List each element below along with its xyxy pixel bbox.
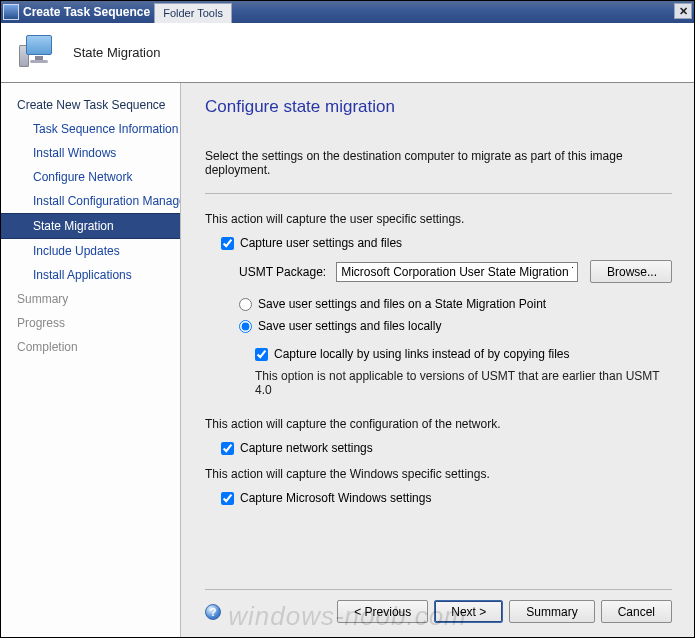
usmt-version-note: This option is not applicable to version…	[255, 369, 672, 397]
sidebar-item-include-updates[interactable]: Include Updates	[1, 239, 180, 263]
capture-network-checkbox[interactable]	[221, 442, 234, 455]
sidebar-item-label: Include Updates	[33, 244, 120, 258]
sidebar-item-label: State Migration	[33, 219, 114, 233]
banner-title: State Migration	[73, 45, 160, 60]
browse-button[interactable]: Browse...	[590, 260, 672, 283]
wizard-sidebar: Create New Task Sequence Task Sequence I…	[1, 83, 181, 637]
titlebar: Create Task Sequence Folder Tools ✕	[1, 1, 694, 23]
sidebar-item-install-windows[interactable]: Install Windows	[1, 141, 180, 165]
sidebar-item-label: Configure Network	[33, 170, 132, 184]
capture-windows-label: Capture Microsoft Windows settings	[240, 491, 431, 505]
computer-icon	[19, 35, 55, 71]
capture-user-row: Capture user settings and files	[221, 236, 672, 250]
network-section-text: This action will capture the configurati…	[205, 417, 672, 431]
divider	[205, 193, 672, 194]
usmt-package-row: USMT Package: Browse...	[205, 260, 672, 283]
capture-windows-row: Capture Microsoft Windows settings	[221, 491, 672, 505]
cancel-button[interactable]: Cancel	[601, 600, 672, 623]
save-local-radio[interactable]	[239, 320, 252, 333]
sidebar-item-label: Summary	[17, 292, 68, 306]
sidebar-item-summary[interactable]: Summary	[1, 287, 180, 311]
sidebar-item-label: Install Windows	[33, 146, 116, 160]
close-button[interactable]: ✕	[674, 3, 692, 19]
sidebar-item-label: Task Sequence Information	[33, 122, 178, 136]
ribbon-tab-folder-tools[interactable]: Folder Tools	[154, 3, 232, 23]
close-icon: ✕	[679, 5, 688, 18]
sidebar-item-label: Completion	[17, 340, 78, 354]
user-section-text: This action will capture the user specif…	[205, 212, 672, 226]
sidebar-item-label: Create New Task Sequence	[17, 98, 166, 112]
sidebar-item-create-new-task-sequence[interactable]: Create New Task Sequence	[1, 93, 180, 117]
save-smp-label: Save user settings and files on a State …	[258, 297, 546, 311]
sidebar-item-completion[interactable]: Completion	[1, 335, 180, 359]
capture-user-label: Capture user settings and files	[240, 236, 402, 250]
capture-windows-checkbox[interactable]	[221, 492, 234, 505]
save-local-row: Save user settings and files locally	[239, 319, 672, 333]
capture-network-label: Capture network settings	[240, 441, 373, 455]
sidebar-item-label: Install Applications	[33, 268, 132, 282]
sidebar-item-install-applications[interactable]: Install Applications	[1, 263, 180, 287]
previous-button[interactable]: < Previous	[337, 600, 428, 623]
sidebar-item-label: Progress	[17, 316, 65, 330]
sidebar-item-label: Install Configuration Manager	[33, 194, 180, 208]
capture-links-row: Capture locally by using links instead o…	[255, 347, 672, 361]
save-local-label: Save user settings and files locally	[258, 319, 441, 333]
sidebar-item-task-sequence-information[interactable]: Task Sequence Information	[1, 117, 180, 141]
sidebar-item-configure-network[interactable]: Configure Network	[1, 165, 180, 189]
intro-text: Select the settings on the destination c…	[205, 149, 672, 177]
wizard-body: Create New Task Sequence Task Sequence I…	[1, 83, 694, 637]
save-smp-radio[interactable]	[239, 298, 252, 311]
help-icon[interactable]: ?	[205, 604, 221, 620]
usmt-package-label: USMT Package:	[239, 265, 326, 279]
sidebar-item-install-configuration-manager[interactable]: Install Configuration Manager	[1, 189, 180, 213]
wizard-banner: State Migration	[1, 23, 694, 83]
window-title: Create Task Sequence	[23, 5, 150, 19]
save-smp-row: Save user settings and files on a State …	[239, 297, 672, 311]
capture-network-row: Capture network settings	[221, 441, 672, 455]
windows-section-text: This action will capture the Windows spe…	[205, 467, 672, 481]
capture-user-checkbox[interactable]	[221, 237, 234, 250]
usmt-package-input[interactable]	[336, 262, 578, 282]
wizard-content: Configure state migration Select the set…	[181, 83, 694, 637]
page-heading: Configure state migration	[205, 97, 672, 117]
sidebar-item-state-migration[interactable]: State Migration	[1, 213, 180, 239]
summary-button[interactable]: Summary	[509, 600, 594, 623]
next-button[interactable]: Next >	[434, 600, 503, 623]
wizard-footer: ? < Previous Next > Summary Cancel	[205, 589, 672, 637]
capture-links-label: Capture locally by using links instead o…	[274, 347, 570, 361]
app-icon	[3, 4, 19, 20]
sidebar-item-progress[interactable]: Progress	[1, 311, 180, 335]
capture-links-checkbox[interactable]	[255, 348, 268, 361]
